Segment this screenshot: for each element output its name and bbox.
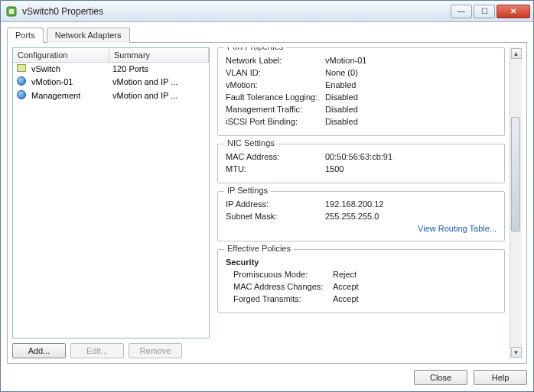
view-routing-table-link[interactable]: View Routing Table... xyxy=(226,224,497,233)
svg-rect-1 xyxy=(9,9,14,14)
value-subnet-mask: 255.255.255.0 xyxy=(325,212,497,221)
group-title: NIC Settings xyxy=(224,138,278,147)
label-promiscuous-mode: Promiscuous Mode: xyxy=(233,270,333,279)
value-mac-address: 00:50:56:63:cb:91 xyxy=(325,152,497,161)
tab-network-adapters[interactable]: Network Adapters xyxy=(47,28,130,43)
close-window-button[interactable]: ✕ xyxy=(497,5,530,18)
label-management-traffic: Management Traffic: xyxy=(226,105,325,114)
list-item-name: vMotion-01 xyxy=(30,77,109,86)
scroll-up-icon[interactable]: ▲ xyxy=(511,48,522,59)
titlebar: vSwitch0 Properties — ☐ ✕ xyxy=(1,1,533,22)
scroll-thumb[interactable] xyxy=(511,117,520,232)
tab-panel-ports: Configuration Summary vSwitch 120 Ports … xyxy=(7,42,527,364)
value-fault-tolerance: Disabled xyxy=(325,92,497,102)
window-title: vSwitch0 Properties xyxy=(22,6,449,17)
column-configuration[interactable]: Configuration xyxy=(13,48,109,62)
right-pane: Port Properties Network Label:vMotion-01… xyxy=(217,47,522,358)
dialog-footer: Close Help xyxy=(7,364,527,385)
nic-settings-group: NIC Settings MAC Address:00:50:56:63:cb:… xyxy=(217,144,505,183)
scroll-down-icon[interactable]: ▼ xyxy=(511,347,522,358)
value-network-label: vMotion-01 xyxy=(325,56,497,65)
column-summary[interactable]: Summary xyxy=(109,48,209,62)
label-mac-address: MAC Address: xyxy=(226,152,325,161)
port-properties-group: Port Properties Network Label:vMotion-01… xyxy=(217,47,505,136)
window-controls: — ☐ ✕ xyxy=(449,5,530,18)
value-mtu: 1500 xyxy=(325,164,497,173)
security-heading: Security xyxy=(226,258,325,267)
value-vlan-id: None (0) xyxy=(325,68,497,77)
help-button[interactable]: Help xyxy=(474,370,527,385)
app-icon xyxy=(5,5,18,18)
network-icon xyxy=(13,76,30,87)
config-listview[interactable]: Configuration Summary vSwitch 120 Ports … xyxy=(12,47,210,339)
label-network-label: Network Label: xyxy=(226,56,325,65)
label-fault-tolerance: Fault Tolerance Logging: xyxy=(226,92,325,102)
listview-body: vSwitch 120 Ports vMotion-01 vMotion and… xyxy=(13,63,209,102)
label-ip-address: IP Address: xyxy=(226,199,325,209)
split-pane: Configuration Summary vSwitch 120 Ports … xyxy=(12,47,522,358)
network-icon xyxy=(13,90,30,101)
close-button[interactable]: Close xyxy=(414,370,467,385)
maximize-button[interactable]: ☐ xyxy=(474,5,495,18)
left-pane: Configuration Summary vSwitch 120 Ports … xyxy=(12,47,210,358)
effective-policies-group: Effective Policies Security Promiscuous … xyxy=(217,249,505,313)
add-button[interactable]: Add... xyxy=(12,343,66,358)
group-title: IP Settings xyxy=(224,186,271,195)
label-iscsi-binding: iSCSI Port Binding: xyxy=(226,117,325,126)
label-subnet-mask: Subnet Mask: xyxy=(226,212,325,221)
value-vmotion: Enabled xyxy=(325,80,497,89)
left-toolbar: Add... Edit... Remove xyxy=(12,343,210,358)
switch-icon xyxy=(13,64,30,73)
value-forged-transmits: Accept xyxy=(333,294,497,303)
ip-settings-group: IP Settings IP Address:192.168.200.12 Su… xyxy=(217,191,505,241)
list-item-summary: 120 Ports xyxy=(109,64,209,73)
scroll-track[interactable] xyxy=(511,60,522,346)
value-ip-address: 192.168.200.12 xyxy=(325,199,497,209)
listview-header: Configuration Summary xyxy=(13,48,209,63)
vertical-scrollbar[interactable]: ▲ ▼ xyxy=(510,47,522,358)
content-area: Ports Network Adapters Configuration Sum… xyxy=(1,22,533,391)
edit-button[interactable]: Edit... xyxy=(70,343,124,358)
list-item-summary: vMotion and IP ... xyxy=(109,77,209,86)
group-title: Port Properties xyxy=(224,47,286,51)
remove-button[interactable]: Remove xyxy=(129,343,182,358)
list-item[interactable]: Management vMotion and IP ... xyxy=(13,89,209,102)
label-vmotion: vMotion: xyxy=(226,80,325,89)
list-item-name: Management xyxy=(30,91,109,100)
label-vlan-id: VLAN ID: xyxy=(226,68,325,77)
minimize-button[interactable]: — xyxy=(451,5,472,18)
list-item-summary: vMotion and IP ... xyxy=(109,91,209,100)
tabstrip: Ports Network Adapters xyxy=(7,28,527,43)
properties-scroll-area: Port Properties Network Label:vMotion-01… xyxy=(217,47,510,358)
group-title: Effective Policies xyxy=(224,244,294,253)
value-management-traffic: Disabled xyxy=(325,105,497,114)
label-mac-address-changes: MAC Address Changes: xyxy=(233,282,333,291)
label-mtu: MTU: xyxy=(226,164,325,173)
list-item[interactable]: vMotion-01 vMotion and IP ... xyxy=(13,75,209,89)
label-forged-transmits: Forged Transmits: xyxy=(233,294,333,303)
value-iscsi-binding: Disabled xyxy=(325,117,497,126)
list-item-name: vSwitch xyxy=(30,64,109,73)
value-mac-address-changes: Accept xyxy=(333,282,497,291)
tab-ports[interactable]: Ports xyxy=(7,28,44,43)
value-promiscuous-mode: Reject xyxy=(333,270,497,279)
list-item[interactable]: vSwitch 120 Ports xyxy=(13,63,209,75)
